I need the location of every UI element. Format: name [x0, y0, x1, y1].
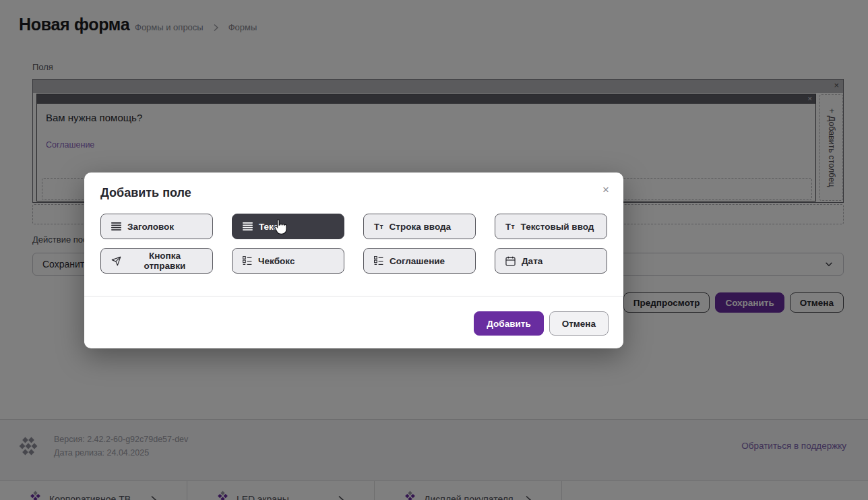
text-input-icon: Tт: [374, 222, 383, 231]
screen: Новая форма Формы и опросы Формы Поля × …: [0, 0, 868, 500]
field-type-label: Текстовый ввод: [521, 222, 594, 232]
modal-actions: Добавить Отмена: [474, 311, 609, 336]
field-type-button[interactable]: Кнопка отправки: [100, 248, 213, 274]
field-type-label: Чекбокс: [258, 256, 294, 266]
modal-add-button[interactable]: Добавить: [474, 311, 543, 336]
field-type-button[interactable]: Соглашение: [363, 248, 476, 274]
checklist-icon: [243, 256, 252, 265]
modal-divider: [84, 296, 623, 296]
modal-cancel-button[interactable]: Отмена: [549, 311, 609, 336]
field-type-button[interactable]: TтТекстовый ввод: [495, 214, 607, 239]
paper-plane-icon: [111, 256, 121, 266]
field-type-button[interactable]: Заголовок: [100, 214, 213, 239]
checklist-icon: [374, 256, 383, 265]
field-type-button[interactable]: Текст: [232, 214, 344, 239]
field-type-label: Строка ввода: [390, 222, 451, 232]
field-type-button[interactable]: TтСтрока ввода: [363, 214, 476, 239]
field-type-button[interactable]: Дата: [495, 248, 607, 274]
field-type-label: Заголовок: [127, 222, 174, 232]
field-type-label: Кнопка отправки: [127, 251, 202, 271]
field-type-label: Дата: [522, 256, 542, 266]
calendar-icon: [505, 256, 516, 266]
paragraph-lines-icon: [111, 222, 121, 230]
modal-title: Добавить поле: [100, 186, 191, 200]
paragraph-lines-icon: [243, 222, 253, 230]
field-type-label: Соглашение: [390, 256, 445, 266]
field-type-label: Текст: [259, 222, 283, 232]
field-type-grid: ЗаголовокТекстTтСтрока вводаTтТекстовый …: [100, 214, 607, 274]
text-input-icon: Tт: [505, 222, 515, 231]
modal-close-icon[interactable]: ×: [602, 184, 609, 195]
field-type-button[interactable]: Чекбокс: [232, 248, 344, 274]
add-field-modal: Добавить поле × ЗаголовокТекстTтСтрока в…: [84, 173, 623, 348]
